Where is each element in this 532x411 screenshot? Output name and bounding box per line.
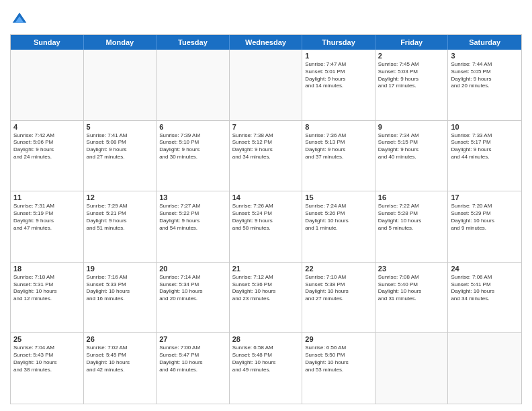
cell-info: Sunrise: 7:26 AM Sunset: 5:24 PM Dayligh…: [232, 203, 300, 232]
cell-info: Sunrise: 7:47 AM Sunset: 5:01 PM Dayligh…: [305, 61, 372, 90]
calendar-cell: 27Sunrise: 7:00 AM Sunset: 5:47 PM Dayli…: [157, 333, 230, 404]
cell-info: Sunrise: 7:02 AM Sunset: 5:45 PM Dayligh…: [87, 345, 154, 373]
day-number: 17: [451, 193, 519, 201]
calendar-row-1: 4Sunrise: 7:42 AM Sunset: 5:06 PM Daylig…: [11, 120, 521, 191]
day-number: 7: [232, 123, 300, 131]
day-number: 1: [305, 52, 372, 60]
cell-info: Sunrise: 7:38 AM Sunset: 5:12 PM Dayligh…: [232, 132, 300, 161]
calendar-cell: 12Sunrise: 7:29 AM Sunset: 5:21 PM Dayli…: [84, 191, 157, 262]
cell-info: Sunrise: 7:00 AM Sunset: 5:47 PM Dayligh…: [159, 345, 226, 373]
header-cell-thursday: Thursday: [302, 35, 375, 50]
day-number: 29: [305, 335, 372, 343]
cell-info: Sunrise: 7:22 AM Sunset: 5:28 PM Dayligh…: [378, 203, 445, 232]
logo-icon: [10, 10, 29, 29]
calendar-cell: 26Sunrise: 7:02 AM Sunset: 5:45 PM Dayli…: [84, 333, 157, 404]
calendar-cell: 16Sunrise: 7:22 AM Sunset: 5:28 PM Dayli…: [375, 191, 449, 262]
calendar-cell: 15Sunrise: 7:24 AM Sunset: 5:26 PM Dayli…: [302, 191, 375, 262]
day-number: 2: [378, 52, 445, 60]
calendar-row-0: 1Sunrise: 7:47 AM Sunset: 5:01 PM Daylig…: [11, 50, 521, 120]
calendar-body: 1Sunrise: 7:47 AM Sunset: 5:01 PM Daylig…: [11, 50, 521, 404]
day-number: 4: [13, 123, 81, 131]
header: [10, 10, 522, 29]
day-number: 20: [159, 265, 226, 273]
day-number: 12: [87, 193, 154, 201]
calendar-cell: 21Sunrise: 7:12 AM Sunset: 5:36 PM Dayli…: [230, 263, 303, 333]
cell-info: Sunrise: 7:16 AM Sunset: 5:33 PM Dayligh…: [87, 274, 154, 303]
cell-info: Sunrise: 7:42 AM Sunset: 5:06 PM Dayligh…: [13, 132, 81, 161]
page: SundayMondayTuesdayWednesdayThursdayFrid…: [0, 0, 532, 411]
cell-info: Sunrise: 7:36 AM Sunset: 5:13 PM Dayligh…: [305, 132, 372, 161]
calendar-cell: 3Sunrise: 7:44 AM Sunset: 5:05 PM Daylig…: [448, 50, 521, 120]
calendar-cell: 1Sunrise: 7:47 AM Sunset: 5:01 PM Daylig…: [302, 50, 375, 120]
calendar-cell: 20Sunrise: 7:14 AM Sunset: 5:34 PM Dayli…: [157, 263, 230, 333]
day-number: 5: [87, 123, 154, 131]
day-number: 8: [305, 123, 372, 131]
cell-info: Sunrise: 7:10 AM Sunset: 5:38 PM Dayligh…: [305, 274, 372, 303]
header-cell-friday: Friday: [375, 35, 449, 50]
calendar-cell: [157, 50, 230, 120]
calendar-cell: 29Sunrise: 6:56 AM Sunset: 5:50 PM Dayli…: [302, 333, 375, 404]
cell-info: Sunrise: 7:29 AM Sunset: 5:21 PM Dayligh…: [87, 203, 154, 232]
day-number: 9: [378, 123, 445, 131]
day-number: 23: [378, 265, 445, 273]
calendar-row-2: 11Sunrise: 7:31 AM Sunset: 5:19 PM Dayli…: [11, 191, 521, 262]
calendar-cell: 28Sunrise: 6:58 AM Sunset: 5:48 PM Dayli…: [230, 333, 303, 404]
day-number: 24: [451, 265, 519, 273]
calendar-cell: 19Sunrise: 7:16 AM Sunset: 5:33 PM Dayli…: [84, 263, 157, 333]
day-number: 6: [159, 123, 226, 131]
calendar-cell: 4Sunrise: 7:42 AM Sunset: 5:06 PM Daylig…: [11, 121, 84, 191]
day-number: 13: [159, 193, 226, 201]
calendar-cell: 11Sunrise: 7:31 AM Sunset: 5:19 PM Dayli…: [11, 191, 84, 262]
cell-info: Sunrise: 7:04 AM Sunset: 5:43 PM Dayligh…: [13, 345, 81, 373]
calendar-row-4: 25Sunrise: 7:04 AM Sunset: 5:43 PM Dayli…: [11, 332, 521, 404]
cell-info: Sunrise: 7:41 AM Sunset: 5:08 PM Dayligh…: [87, 132, 154, 161]
calendar-cell: 9Sunrise: 7:34 AM Sunset: 5:15 PM Daylig…: [375, 121, 449, 191]
calendar-row-3: 18Sunrise: 7:18 AM Sunset: 5:31 PM Dayli…: [11, 262, 521, 333]
calendar-cell: 8Sunrise: 7:36 AM Sunset: 5:13 PM Daylig…: [302, 121, 375, 191]
header-cell-wednesday: Wednesday: [230, 35, 303, 50]
day-number: 28: [232, 335, 300, 343]
header-cell-sunday: Sunday: [11, 35, 84, 50]
day-number: 19: [87, 265, 154, 273]
header-cell-tuesday: Tuesday: [157, 35, 230, 50]
calendar-cell: [84, 50, 157, 120]
calendar-header: SundayMondayTuesdayWednesdayThursdayFrid…: [11, 35, 521, 50]
cell-info: Sunrise: 7:14 AM Sunset: 5:34 PM Dayligh…: [159, 274, 226, 303]
day-number: 11: [13, 193, 81, 201]
cell-info: Sunrise: 7:33 AM Sunset: 5:17 PM Dayligh…: [451, 132, 519, 161]
day-number: 3: [451, 52, 519, 60]
day-number: 22: [305, 265, 372, 273]
calendar-cell: 22Sunrise: 7:10 AM Sunset: 5:38 PM Dayli…: [302, 263, 375, 333]
calendar-cell: 13Sunrise: 7:27 AM Sunset: 5:22 PM Dayli…: [157, 191, 230, 262]
header-cell-monday: Monday: [84, 35, 157, 50]
calendar-cell: 7Sunrise: 7:38 AM Sunset: 5:12 PM Daylig…: [230, 121, 303, 191]
cell-info: Sunrise: 7:18 AM Sunset: 5:31 PM Dayligh…: [13, 274, 81, 303]
cell-info: Sunrise: 7:20 AM Sunset: 5:29 PM Dayligh…: [451, 203, 519, 232]
calendar-cell: 24Sunrise: 7:06 AM Sunset: 5:41 PM Dayli…: [448, 263, 521, 333]
calendar-cell: 2Sunrise: 7:45 AM Sunset: 5:03 PM Daylig…: [375, 50, 449, 120]
day-number: 26: [87, 335, 154, 343]
calendar-cell: 23Sunrise: 7:08 AM Sunset: 5:40 PM Dayli…: [375, 263, 449, 333]
cell-info: Sunrise: 7:39 AM Sunset: 5:10 PM Dayligh…: [159, 132, 226, 161]
day-number: 18: [13, 265, 81, 273]
day-number: 27: [159, 335, 226, 343]
calendar-cell: 18Sunrise: 7:18 AM Sunset: 5:31 PM Dayli…: [11, 263, 84, 333]
calendar-cell: [375, 333, 449, 404]
day-number: 14: [232, 193, 300, 201]
day-number: 16: [378, 193, 445, 201]
cell-info: Sunrise: 7:12 AM Sunset: 5:36 PM Dayligh…: [232, 274, 300, 303]
calendar-cell: [448, 333, 521, 404]
day-number: 10: [451, 123, 519, 131]
header-cell-saturday: Saturday: [448, 35, 521, 50]
cell-info: Sunrise: 6:56 AM Sunset: 5:50 PM Dayligh…: [305, 345, 372, 373]
calendar-cell: 14Sunrise: 7:26 AM Sunset: 5:24 PM Dayli…: [230, 191, 303, 262]
cell-info: Sunrise: 7:24 AM Sunset: 5:26 PM Dayligh…: [305, 203, 372, 232]
calendar-cell: 10Sunrise: 7:33 AM Sunset: 5:17 PM Dayli…: [448, 121, 521, 191]
day-number: 25: [13, 335, 81, 343]
calendar: SundayMondayTuesdayWednesdayThursdayFrid…: [10, 34, 522, 404]
cell-info: Sunrise: 7:08 AM Sunset: 5:40 PM Dayligh…: [378, 274, 445, 303]
cell-info: Sunrise: 7:06 AM Sunset: 5:41 PM Dayligh…: [451, 274, 519, 303]
day-number: 21: [232, 265, 300, 273]
cell-info: Sunrise: 7:31 AM Sunset: 5:19 PM Dayligh…: [13, 203, 81, 232]
cell-info: Sunrise: 6:58 AM Sunset: 5:48 PM Dayligh…: [232, 345, 300, 373]
